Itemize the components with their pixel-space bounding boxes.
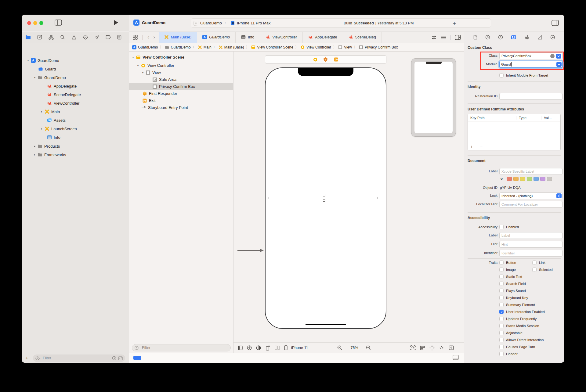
selection-handle-center-bottom[interactable] <box>323 199 325 202</box>
trait-adjustable-checkbox[interactable] <box>499 331 504 335</box>
file-inspector-icon[interactable] <box>473 35 477 40</box>
debug-bar-indicator[interactable] <box>133 356 141 360</box>
tab-main-base[interactable]: Main (Base) <box>159 32 197 43</box>
tab-viewcontroller[interactable]: ViewController <box>260 32 303 43</box>
go-back-icon[interactable]: ‹ <box>147 34 149 40</box>
trait-user-interaction-enabled-checkbox[interactable] <box>499 310 504 314</box>
embed-in-icon[interactable] <box>449 345 454 350</box>
trait-selected-checkbox[interactable] <box>532 268 537 272</box>
trait-header-checkbox[interactable] <box>499 352 504 356</box>
run-button[interactable] <box>113 20 119 26</box>
adjust-editor-icon[interactable] <box>441 35 446 40</box>
selection-handle-right[interactable] <box>378 197 380 199</box>
trait-updates-frequently-checkbox[interactable] <box>499 317 504 321</box>
trait-summary-element-checkbox[interactable] <box>499 303 504 307</box>
trait-link-checkbox[interactable] <box>532 261 537 265</box>
breadcrumb-privacy-confirm-box[interactable]: Privacy Confirm Box <box>359 45 398 49</box>
zoom-window-button[interactable] <box>39 21 43 25</box>
nav-item-guarddemo-project[interactable]: ▾ GuardDemo <box>27 57 59 64</box>
nav-item-scenedelegate[interactable]: SceneDelegate <box>47 91 81 98</box>
zoom-out-icon[interactable] <box>337 345 342 351</box>
focus-scene-icon[interactable] <box>410 345 416 350</box>
scheme-selector[interactable]: GuardDemo <box>191 21 224 26</box>
module-dropdown-icon[interactable] <box>556 62 562 67</box>
trait-static-text-checkbox[interactable] <box>499 275 504 279</box>
nav-item-frameworks[interactable]: ▸ Frameworks <box>33 151 66 158</box>
device-minimap[interactable] <box>411 58 456 137</box>
add-file-button[interactable]: + <box>25 355 28 361</box>
zoom-in-icon[interactable] <box>366 345 371 351</box>
align-icon[interactable] <box>420 346 425 350</box>
disclosure-open-icon[interactable]: ▾ <box>141 71 144 74</box>
add-constraints-icon[interactable] <box>429 345 435 351</box>
tab-scenedelegate[interactable]: SceneDeleg <box>343 32 382 43</box>
disclosure-open-icon[interactable]: ▾ <box>27 59 30 62</box>
breadcrumb-group[interactable]: GuardDemo <box>165 45 190 49</box>
trait-starts-media-session-checkbox[interactable] <box>499 324 504 328</box>
nav-item-appdelegate[interactable]: AppDelegate <box>47 82 77 90</box>
outline-item-exit[interactable]: Exit <box>129 97 233 104</box>
report-navigator-icon[interactable] <box>117 35 121 40</box>
nav-item-guarddemo-group[interactable]: ▾ GuardDemo <box>33 74 66 81</box>
destination-selector[interactable]: iPhone 11 Pro Max <box>228 21 273 26</box>
runtime-attributes-table[interactable]: Key Path Type Val... + − <box>468 114 561 150</box>
breadcrumb-main[interactable]: Main <box>198 45 212 49</box>
issue-navigator-icon[interactable] <box>71 35 77 40</box>
connections-inspector-icon[interactable] <box>550 35 555 40</box>
recent-files-icon[interactable] <box>112 356 116 360</box>
symbol-navigator-icon[interactable] <box>49 35 54 40</box>
nav-item-launchscreen[interactable]: ▸ LaunchScreen <box>40 125 77 132</box>
version-editor-icon[interactable] <box>431 35 437 40</box>
find-navigator-icon[interactable] <box>60 35 65 40</box>
trait-button-checkbox[interactable] <box>499 261 504 265</box>
appearance-toggle-icon[interactable] <box>256 345 261 350</box>
lock-popup-stepper-icon[interactable] <box>556 193 562 198</box>
project-navigator-icon[interactable] <box>25 35 31 40</box>
trait-plays-sound-checkbox[interactable] <box>499 289 504 293</box>
trait-search-field-checkbox[interactable] <box>499 282 504 286</box>
storyboard-canvas[interactable]: 1 iPhone 11 76% <box>233 52 464 353</box>
clear-color-icon[interactable]: ✕ <box>500 177 503 182</box>
toggle-navigator-icon[interactable] <box>55 20 62 26</box>
exit-dock-icon[interactable] <box>334 57 338 62</box>
device-select-icon[interactable] <box>284 345 288 350</box>
trait-image-checkbox[interactable] <box>499 268 504 272</box>
outline-item-view[interactable]: ▾ View <box>129 69 233 76</box>
class-dropdown-icon[interactable] <box>556 54 561 59</box>
disclosure-open-icon[interactable]: ▾ <box>132 56 135 59</box>
view-controller-dock-icon[interactable] <box>313 57 318 62</box>
document-label-field[interactable] <box>499 168 562 175</box>
nav-item-products[interactable]: ▸ Products <box>33 142 60 150</box>
breadcrumb-project[interactable]: GuardDemo <box>132 45 158 49</box>
split-preview-icon[interactable] <box>275 346 280 350</box>
help-inspector-icon[interactable]: ? <box>498 35 503 40</box>
breadcrumb-view-controller[interactable]: View Controller <box>300 45 331 49</box>
outline-filter-field[interactable]: Filter <box>132 344 231 351</box>
iphone-device-frame[interactable] <box>265 67 386 329</box>
outline-item-view-controller[interactable]: ▾ View Controller <box>129 62 233 69</box>
outline-item-storyboard-entry[interactable]: Storyboard Entry Point <box>129 104 233 111</box>
disclosure-closed-icon[interactable]: ▸ <box>40 110 43 113</box>
debug-navigator-icon[interactable] <box>94 35 99 40</box>
history-inspector-icon[interactable] <box>485 35 490 40</box>
orientation-icon[interactable] <box>265 345 270 351</box>
navigator-filter-field[interactable]: Filter <box>33 354 125 362</box>
breakpoint-navigator-icon[interactable] <box>106 35 111 39</box>
nav-item-assets[interactable]: Assets <box>47 117 66 124</box>
identity-inspector-icon[interactable] <box>511 35 516 40</box>
trait-causes-page-turn-checkbox[interactable] <box>499 345 504 349</box>
toggle-outline-icon[interactable] <box>238 346 243 350</box>
selection-handle-left[interactable] <box>269 197 271 199</box>
device-label[interactable]: iPhone 11 <box>291 346 308 350</box>
inherit-module-checkbox[interactable] <box>499 73 504 77</box>
add-remove-attribute-buttons[interactable]: + − <box>470 144 486 149</box>
add-editor-icon[interactable] <box>455 35 461 40</box>
toggle-debug-area-icon[interactable] <box>453 355 459 360</box>
first-responder-dock-icon[interactable]: 1 <box>323 57 328 62</box>
breadcrumb-scene[interactable]: View Controller Scene <box>251 45 293 49</box>
trait-allows-direct-interaction-checkbox[interactable] <box>499 338 504 342</box>
nav-item-viewcontroller[interactable]: ViewController <box>47 99 79 107</box>
nav-item-info-plist[interactable]: Info <box>47 134 60 141</box>
library-plus-button[interactable]: + <box>453 20 456 27</box>
close-window-button[interactable] <box>27 21 31 25</box>
